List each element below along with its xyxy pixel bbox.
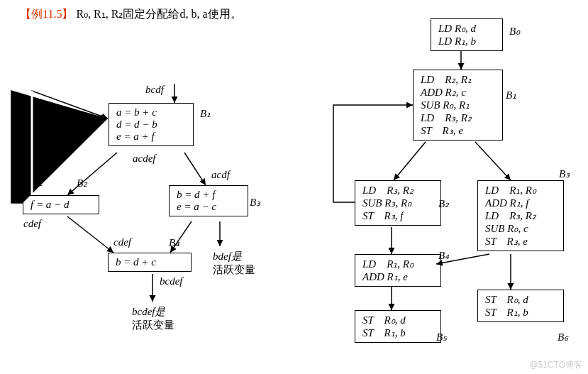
- right-b3-box: LD R₁, R₀ ADD R₁, f LD R₃, R₂ SUB R₀, c …: [477, 180, 564, 251]
- l: b = d + c: [116, 256, 184, 268]
- l: e = a − c: [177, 201, 240, 213]
- right-b3-label: B₃: [559, 167, 570, 180]
- l: LD R₂, R₁: [421, 73, 495, 86]
- left-b3-out-a: bdef是: [213, 250, 242, 263]
- t: bcdef是: [132, 306, 165, 317]
- title-prefix: 【例11.5】: [20, 8, 73, 20]
- left-b4-out-b: bcdef是: [132, 305, 165, 319]
- title-body: R₀, R₁, R₂固定分配给d, b, a使用。: [76, 8, 241, 20]
- l: a = b + c: [116, 106, 186, 119]
- left-b3-out-b: 活跃变量: [213, 263, 255, 277]
- right-b5-label: B₅: [436, 331, 447, 343]
- right-b0-box: LD R₀, d LD R₁, b: [431, 18, 503, 51]
- l: ADD R₁, e: [362, 270, 433, 283]
- l: SUB R₀, R₁: [421, 99, 495, 111]
- right-b1-box: LD R₂, R₁ ADD R₂, c SUB R₀, R₁ LD R₃, R₂…: [413, 70, 503, 141]
- left-b1-label: B₁: [200, 107, 211, 120]
- right-b2-box: LD R₃, R₂ SUB R₃, R₀ ST R₃, f: [355, 180, 441, 226]
- l: LD R₃, R₂: [421, 111, 495, 124]
- left-b1-box: a = b + c d = d − b e = a + f: [109, 103, 194, 146]
- l: ST R₃, e: [421, 124, 495, 137]
- left-b3-in: acdf: [211, 169, 230, 181]
- l: LD R₃, R₂: [485, 209, 556, 222]
- left-b4-out-a: bcdef: [160, 275, 182, 287]
- watermark: @51CTO博客: [529, 359, 582, 371]
- l: LD R₁, R₀: [362, 258, 433, 270]
- right-b4-box: LD R₁, R₀ ADD R₁, e: [355, 254, 441, 287]
- right-b1-label: B₁: [506, 89, 516, 101]
- l: LD R₁, R₀: [485, 184, 556, 197]
- l: f = a − d: [30, 199, 91, 211]
- right-b2-label: B₂: [438, 197, 449, 210]
- left-b3-label: B₃: [250, 196, 260, 209]
- left-b2-out: cdef: [23, 218, 41, 230]
- t: bdef是: [213, 251, 242, 262]
- l: ST R₃, e: [485, 235, 556, 248]
- l: ST R₃, f: [362, 209, 433, 222]
- right-b6-label: B₆: [558, 331, 568, 343]
- l: b = d + f: [177, 189, 240, 201]
- left-b4-in: cdef: [113, 236, 131, 248]
- left-b4-label: B₄: [169, 236, 179, 249]
- l: ST R₁, b: [362, 326, 433, 339]
- l: ADD R₂, c: [421, 86, 495, 99]
- right-b4-label: B₄: [438, 249, 449, 262]
- left-b2-in: acde: [23, 177, 43, 189]
- l: SUB R₃, R₀: [362, 197, 433, 209]
- l: d = d − b: [116, 119, 186, 131]
- left-b2-box: f = a − d: [23, 195, 99, 214]
- l: ST R₀, d: [362, 314, 433, 326]
- l: SUB R₀, c: [485, 222, 556, 235]
- l: ST R₁, b: [485, 306, 556, 319]
- l: LD R₃, R₂: [362, 184, 433, 197]
- left-b1-in: bcdf: [145, 84, 164, 96]
- left-b4-out-c: 活跃变量: [132, 319, 174, 332]
- l: ADD R₁, f: [485, 197, 556, 209]
- right-b6-box: ST R₀, d ST R₁, b: [477, 290, 564, 322]
- left-b4-box: b = d + c: [108, 253, 192, 272]
- left-b3-box: b = d + f e = a − c: [169, 185, 248, 216]
- right-b0-label: B₀: [509, 25, 520, 38]
- l: LD R₀, d: [438, 22, 495, 35]
- left-b2-label: B₂: [77, 177, 87, 189]
- l: ST R₀, d: [485, 293, 556, 306]
- example-title: 【例11.5】 R₀, R₁, R₂固定分配给d, b, a使用。: [20, 7, 242, 22]
- left-b1-out: acdef: [133, 153, 155, 165]
- right-b5-box: ST R₀, d ST R₁, b: [355, 310, 441, 343]
- l: LD R₁, b: [438, 35, 495, 48]
- l: e = a + f: [116, 131, 186, 143]
